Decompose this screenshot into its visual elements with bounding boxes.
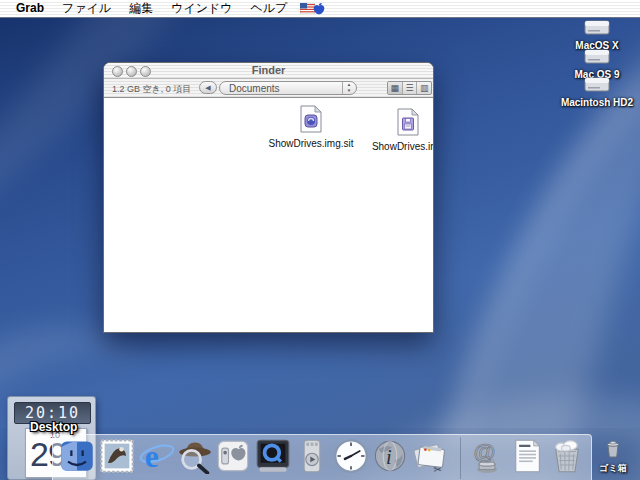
menu-edit[interactable]: 編集: [120, 0, 162, 17]
svg-text:e: e: [145, 439, 159, 474]
disk-image-file-icon: [396, 108, 420, 136]
window-content[interactable]: ShowDrives.img.sit ShowDrives.img: [104, 98, 433, 332]
back-button[interactable]: ◀: [199, 81, 217, 94]
system-preferences-icon[interactable]: [213, 438, 253, 476]
desktop-icon-macosx[interactable]: MacOS X: [552, 20, 640, 51]
trash-icon[interactable]: [547, 438, 587, 476]
stuffit-file-icon: [299, 105, 323, 133]
clock-icon[interactable]: [331, 438, 371, 476]
finder-icon[interactable]: [57, 438, 97, 476]
sherlock-icon[interactable]: [175, 438, 215, 476]
desktop-icon-macos9[interactable]: Mac OS 9: [552, 49, 640, 80]
hard-drive-icon: [584, 49, 610, 64]
desktop-trash[interactable]: ゴミ箱: [592, 440, 634, 475]
file-name: ShowDrives.img: [353, 141, 433, 152]
window-title-bar[interactable]: Finder: [104, 63, 433, 79]
menu-bar: Grab ファイル 編集 ウインドウ ヘルプ: [0, 0, 640, 18]
dock-separator: [460, 437, 461, 479]
drive-label: Macintosh HD2: [552, 97, 640, 108]
dock-hover-label: Desktop: [30, 420, 77, 434]
list-view-button[interactable]: ☰: [402, 82, 417, 94]
dvd-player-icon[interactable]: [292, 438, 332, 476]
svg-text:✂: ✂: [434, 464, 443, 474]
menu-app[interactable]: Grab: [0, 0, 53, 17]
finder-window: Finder 1.2 GB 空き, 0 項目 ◀ Documents ▲▼ ▦ …: [103, 62, 434, 333]
location-popup[interactable]: Documents ▲▼: [219, 81, 357, 95]
svg-text:i: i: [386, 446, 392, 468]
globe-info-icon[interactable]: i: [370, 438, 410, 476]
menu-file[interactable]: ファイル: [53, 0, 120, 17]
internet-explorer-icon[interactable]: e: [137, 438, 177, 476]
view-switcher: ▦ ☰ ▥: [387, 81, 432, 95]
apple-icon[interactable]: [312, 2, 326, 16]
trash-can-icon: [605, 440, 621, 458]
readme-document-icon[interactable]: [507, 438, 547, 476]
window-title: Finder: [104, 64, 433, 76]
trash-label: ゴミ箱: [592, 462, 634, 475]
menu-help[interactable]: ヘルプ: [242, 0, 297, 17]
hard-drive-icon: [584, 20, 610, 35]
mail-url-icon[interactable]: @: [467, 438, 507, 476]
desktop-icon-macintosh-hd2[interactable]: Macintosh HD2: [552, 77, 640, 108]
grab-icon[interactable]: ✂: [409, 438, 449, 476]
column-view-button[interactable]: ▥: [416, 82, 431, 94]
window-toolbar: 1.2 GB 空き, 0 項目 ◀ Documents ▲▼ ▦ ☰ ▥: [104, 79, 433, 98]
desktop-screen: Grab ファイル 編集 ウインドウ ヘルプ MacOS X: [0, 0, 640, 480]
file-showdrives-img[interactable]: ShowDrives.img: [353, 108, 433, 152]
status-text: 1.2 GB 空き, 0 項目: [112, 83, 191, 96]
quicktime-icon[interactable]: [253, 438, 293, 476]
hard-drive-icon: [584, 77, 610, 92]
popup-arrows-icon: ▲▼: [342, 82, 355, 94]
file-name: ShowDrives.img.sit: [256, 138, 366, 149]
file-showdrives-img-sit[interactable]: ShowDrives.img.sit: [256, 105, 366, 149]
icon-view-button[interactable]: ▦: [388, 82, 402, 94]
location-popup-value: Documents: [229, 83, 280, 94]
mail-icon[interactable]: [97, 438, 137, 476]
dock: e: [52, 434, 592, 480]
menu-window[interactable]: ウインドウ: [162, 0, 241, 17]
svg-text:@: @: [474, 439, 496, 464]
